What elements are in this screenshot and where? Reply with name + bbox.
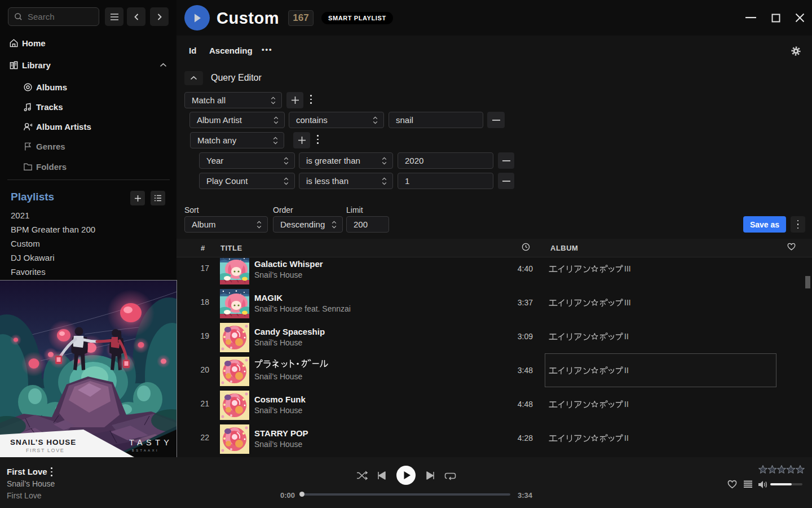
svg-text:III: III [624,298,631,307]
svg-text:II: II [624,332,629,341]
svg-text:FIRST LOVE: FIRST LOVE [26,448,64,453]
svg-text:SNAIL’S HOUSE: SNAIL’S HOUSE [10,438,76,446]
svg-text:II: II [624,400,629,409]
svg-text:II: II [624,366,629,375]
svg-text:III: III [624,264,631,273]
svg-text:BSTAAXI: BSTAAXI [132,449,159,452]
svg-text:TASTY: TASTY [129,438,173,447]
svg-text:II: II [624,433,629,443]
